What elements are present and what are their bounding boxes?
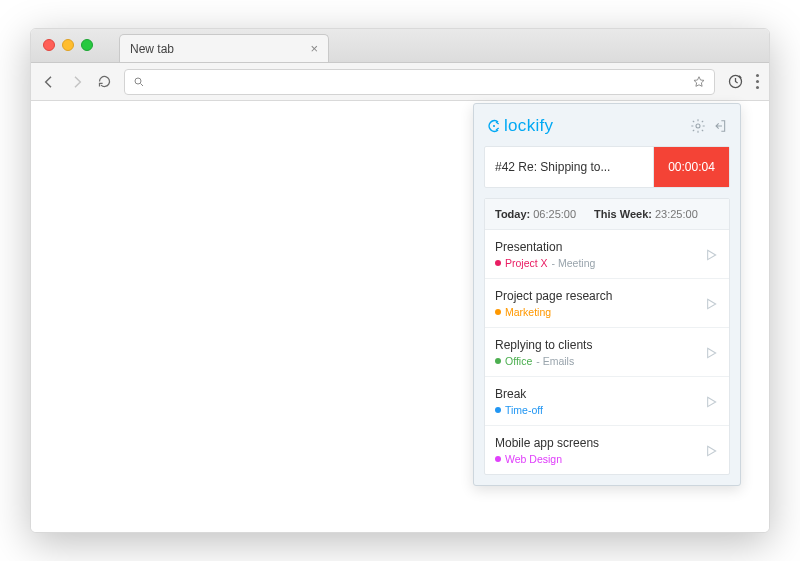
entry-title: Presentation bbox=[495, 240, 695, 254]
logout-icon[interactable] bbox=[712, 118, 728, 134]
tab-title: New tab bbox=[130, 42, 174, 56]
entry-subtitle: Web Design bbox=[495, 453, 695, 465]
search-icon bbox=[133, 76, 145, 88]
close-window-button[interactable] bbox=[43, 39, 55, 51]
brand-logo: lockify bbox=[486, 116, 553, 136]
project-color-dot bbox=[495, 407, 501, 413]
play-icon[interactable] bbox=[703, 345, 719, 361]
entries-panel: Today:06:25:00 This Week:23:25:00 Presen… bbox=[484, 198, 730, 475]
browser-tab[interactable]: New tab × bbox=[119, 34, 329, 62]
summary-today: Today:06:25:00 bbox=[495, 208, 576, 220]
entry-title: Project page research bbox=[495, 289, 695, 303]
entry-subtitle: Time-off bbox=[495, 404, 695, 416]
brand-c-icon bbox=[486, 118, 502, 134]
page-content: lockify #42 Re: Shipping to... 00:00:04 bbox=[31, 101, 769, 532]
entry-project: Marketing bbox=[505, 306, 551, 318]
entry-main: Project page researchMarketing bbox=[495, 289, 695, 318]
entry-main: BreakTime-off bbox=[495, 387, 695, 416]
toolbar bbox=[31, 63, 769, 101]
back-button[interactable] bbox=[41, 74, 57, 90]
play-icon[interactable] bbox=[703, 296, 719, 312]
forward-button[interactable] bbox=[69, 74, 85, 90]
timer-elapsed: 00:00:04 bbox=[668, 160, 715, 174]
summary-row: Today:06:25:00 This Week:23:25:00 bbox=[485, 199, 729, 230]
bookmark-star-icon[interactable] bbox=[692, 75, 706, 89]
svg-point-3 bbox=[696, 124, 700, 128]
tab-close-icon[interactable]: × bbox=[310, 41, 318, 56]
time-entry[interactable]: PresentationProject X - Meeting bbox=[485, 230, 729, 279]
browser-window: New tab × bbox=[30, 28, 770, 533]
active-timer: #42 Re: Shipping to... 00:00:04 bbox=[484, 146, 730, 188]
entry-project: Office bbox=[505, 355, 532, 367]
time-entry[interactable]: Mobile app screensWeb Design bbox=[485, 426, 729, 474]
timer-description[interactable]: #42 Re: Shipping to... bbox=[495, 160, 645, 174]
entry-subtitle: Office - Emails bbox=[495, 355, 695, 367]
entry-main: Replying to clientsOffice - Emails bbox=[495, 338, 695, 367]
entry-project: Web Design bbox=[505, 453, 562, 465]
entry-subtitle: Project X - Meeting bbox=[495, 257, 695, 269]
project-color-dot bbox=[495, 358, 501, 364]
clockify-popup: lockify #42 Re: Shipping to... 00:00:04 bbox=[473, 103, 741, 486]
entry-task: - Emails bbox=[536, 355, 574, 367]
settings-icon[interactable] bbox=[690, 118, 706, 134]
brand-text: lockify bbox=[504, 116, 553, 136]
entry-task: - Meeting bbox=[552, 257, 596, 269]
window-controls bbox=[43, 39, 93, 51]
titlebar: New tab × bbox=[31, 29, 769, 63]
time-entry[interactable]: Replying to clientsOffice - Emails bbox=[485, 328, 729, 377]
project-color-dot bbox=[495, 260, 501, 266]
browser-menu-button[interactable] bbox=[756, 74, 759, 89]
play-icon[interactable] bbox=[703, 247, 719, 263]
project-color-dot bbox=[495, 456, 501, 462]
svg-point-2 bbox=[493, 125, 495, 127]
reload-button[interactable] bbox=[97, 74, 112, 89]
entry-title: Mobile app screens bbox=[495, 436, 695, 450]
entry-subtitle: Marketing bbox=[495, 306, 695, 318]
entry-project: Project X bbox=[505, 257, 548, 269]
maximize-window-button[interactable] bbox=[81, 39, 93, 51]
time-entry[interactable]: BreakTime-off bbox=[485, 377, 729, 426]
play-icon[interactable] bbox=[703, 443, 719, 459]
entry-main: PresentationProject X - Meeting bbox=[495, 240, 695, 269]
popup-header: lockify bbox=[484, 114, 730, 136]
entry-main: Mobile app screensWeb Design bbox=[495, 436, 695, 465]
entry-title: Replying to clients bbox=[495, 338, 695, 352]
entry-title: Break bbox=[495, 387, 695, 401]
summary-week: This Week:23:25:00 bbox=[594, 208, 698, 220]
minimize-window-button[interactable] bbox=[62, 39, 74, 51]
entry-project: Time-off bbox=[505, 404, 543, 416]
address-bar[interactable] bbox=[124, 69, 715, 95]
clockify-extension-icon[interactable] bbox=[727, 73, 744, 90]
time-entry[interactable]: Project page researchMarketing bbox=[485, 279, 729, 328]
project-color-dot bbox=[495, 309, 501, 315]
svg-point-0 bbox=[135, 78, 141, 84]
play-icon[interactable] bbox=[703, 394, 719, 410]
stop-timer-button[interactable]: 00:00:04 bbox=[653, 147, 729, 187]
